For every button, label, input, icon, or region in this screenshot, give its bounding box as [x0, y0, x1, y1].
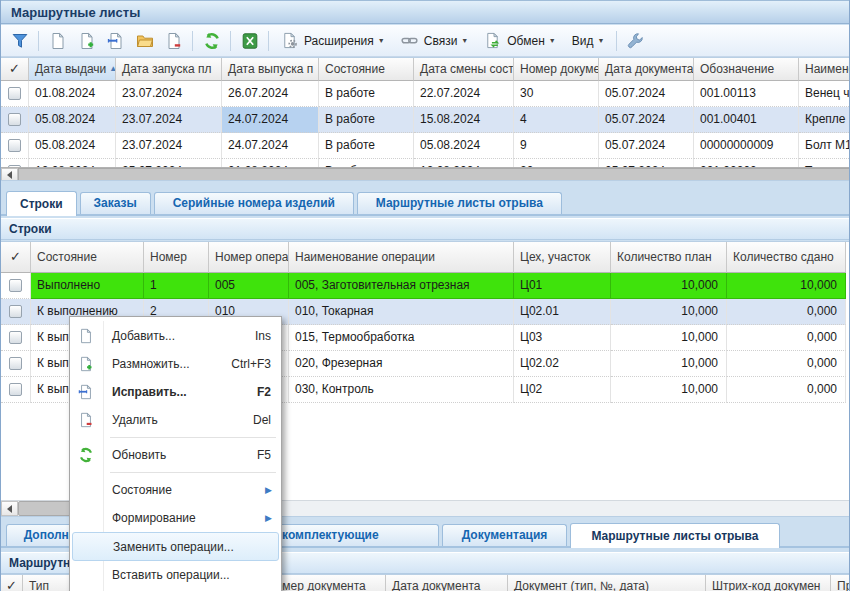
column-header[interactable]: Дата смены сост [414, 58, 514, 81]
menu-item-refresh[interactable]: ОбновитьF5 [72, 441, 279, 469]
route-sheets-grid-header: ✓Дата выдачи▲Дата запуска плДата выпуска… [1, 58, 850, 81]
column-header[interactable]: Номер докуме [514, 58, 599, 81]
column-header[interactable]: Дата документа [386, 575, 508, 591]
checkbox[interactable] [9, 305, 22, 318]
column-header[interactable]: Дата выпуска п [222, 58, 319, 81]
grid-cell: 0,000 [727, 325, 846, 351]
grid-cell: 001.00200 [694, 159, 799, 167]
select-all-header[interactable]: ✓ [1, 575, 23, 591]
column-header[interactable]: Номер операц [209, 242, 289, 273]
tab-detachable-sheets[interactable]: Маршрутные листы отрыва [357, 192, 562, 214]
table-row[interactable]: 01.08.202423.07.202426.07.2024В работе22… [1, 81, 850, 107]
tab-orders[interactable]: Заказы [80, 192, 151, 214]
menu-item-replace-operations[interactable]: Заменить операции... [72, 532, 279, 561]
tab-detachable-sheets-bottom[interactable]: Маршрутные листы отрыва [570, 523, 780, 548]
filter-icon [11, 32, 29, 50]
add-button[interactable] [44, 28, 71, 53]
route-sheets-hscrollbar[interactable] [1, 167, 850, 181]
checkbox[interactable] [9, 331, 22, 344]
column-label: Дата выдачи [35, 62, 106, 76]
checkbox[interactable] [8, 87, 21, 100]
grid-cell: Болт М1 [799, 133, 850, 159]
checkbox[interactable] [9, 383, 22, 396]
column-header[interactable]: Номер [144, 242, 209, 273]
menu-item-state[interactable]: Состояние▶ [72, 476, 279, 504]
grid-cell: 25.07.2024 [116, 159, 222, 167]
grid-cell: 10,000 [611, 325, 727, 351]
tab-serial-numbers[interactable]: Серийные номера изделий [154, 192, 354, 214]
column-header[interactable]: Дата документа [599, 58, 694, 81]
menu-item-insert-operations[interactable]: Вставить операции... [72, 561, 279, 589]
refresh-button[interactable] [198, 28, 225, 53]
new-document-icon [49, 32, 67, 50]
table-row[interactable]: 12.08.202425.07.202401.08.2024В работе12… [1, 159, 850, 167]
checkbox[interactable] [8, 139, 21, 152]
column-header[interactable]: Дата запуска пл [116, 58, 222, 81]
menu-item-forming[interactable]: Формирование▶ [72, 504, 279, 532]
menu-item-delete-label: Удалить [112, 413, 158, 427]
column-header[interactable]: Состояние [31, 242, 144, 273]
column-header[interactable]: Обозначение [694, 58, 799, 81]
column-label: Дата документа [605, 62, 693, 76]
column-label: Номер докуме [520, 62, 599, 76]
submenu-arrow-icon: ▶ [265, 514, 272, 523]
column-header[interactable]: Количество сдано [727, 242, 846, 273]
checkbox[interactable] [8, 113, 21, 126]
menu-item-delete[interactable]: УдалитьDel [72, 406, 279, 434]
service-button[interactable] [622, 28, 649, 53]
column-header[interactable]: Состояние [319, 58, 414, 81]
column-header[interactable]: Наименование операции [289, 242, 514, 273]
column-header[interactable]: Штрих-код докумен [706, 575, 831, 591]
scroll-left-button[interactable] [1, 168, 18, 181]
exchange-menu[interactable]: Обмен▼ [476, 28, 563, 53]
duplicate-button[interactable] [73, 28, 100, 53]
column-label: Дата документа [392, 579, 480, 591]
export-excel-button[interactable] [236, 28, 263, 53]
document-edit-icon [78, 384, 94, 400]
row-checkbox-cell [1, 377, 31, 403]
extensions-menu[interactable]: Расширения▼ [273, 28, 393, 53]
scroll-left-button[interactable] [1, 501, 18, 516]
grid-cell: 10,000 [611, 351, 727, 377]
column-header[interactable]: Документ (тип, №, дата) [508, 575, 706, 591]
column-header[interactable]: Дата выдачи▲ [29, 58, 116, 81]
open-button[interactable] [131, 28, 158, 53]
lines-section-header: Строки [1, 218, 849, 240]
column-header[interactable]: Цех, участок [514, 242, 611, 273]
menu-item-edit-shortcut: F2 [245, 385, 271, 399]
view-menu[interactable]: Вид▼ [564, 28, 613, 53]
edit-button[interactable] [102, 28, 129, 53]
grid-cell: 05.07.2024 [599, 81, 694, 107]
column-label: Документ (тип, №, дата) [514, 579, 649, 591]
column-header[interactable]: Наименов [799, 58, 850, 81]
grid-cell: Ц02.02 [514, 351, 611, 377]
tab-lines[interactable]: Строки [6, 191, 77, 216]
menu-item-edit[interactable]: Исправить...F2 [72, 378, 279, 406]
checkbox[interactable] [9, 357, 22, 370]
tab-documentation[interactable]: Документация [442, 524, 567, 546]
table-row[interactable]: 05.08.202423.07.202424.07.2024В работе15… [1, 107, 850, 133]
menu-item-duplicate[interactable]: Размножить...Ctrl+F3 [72, 350, 279, 378]
main-toolbar: Расширения▼Связи▼Обмен▼Вид▼ [1, 25, 849, 57]
column-header[interactable]: Количество план [611, 242, 727, 273]
column-label: Дата выпуска п [228, 62, 313, 76]
delete-button[interactable] [160, 28, 187, 53]
document-plus-icon [78, 356, 98, 372]
select-all-header[interactable]: ✓ [1, 58, 29, 81]
scrollbar-thumb[interactable] [18, 168, 850, 181]
chain-icon [401, 32, 418, 49]
grid-cell: 05.07.2024 [599, 159, 694, 167]
select-all-header[interactable]: ✓ [1, 242, 31, 273]
chevron-down-icon: ▼ [461, 37, 468, 44]
table-row[interactable]: Выполнено1005005, Заготовительная отрезн… [1, 273, 850, 299]
filter-button[interactable] [6, 28, 33, 53]
menu-item-add[interactable]: Добавить...Ins [72, 322, 279, 350]
column-header[interactable]: Принадлежн [831, 575, 850, 591]
links-menu[interactable]: Связи▼ [393, 28, 477, 53]
menu-item-add-shortcut: Ins [243, 329, 271, 343]
document-edit-icon [78, 384, 98, 400]
table-row[interactable]: 05.08.202423.07.202424.07.2024В работе05… [1, 133, 850, 159]
checkbox[interactable] [9, 279, 22, 292]
left-arrow-icon [7, 171, 12, 179]
toolbar-separator [192, 31, 193, 51]
